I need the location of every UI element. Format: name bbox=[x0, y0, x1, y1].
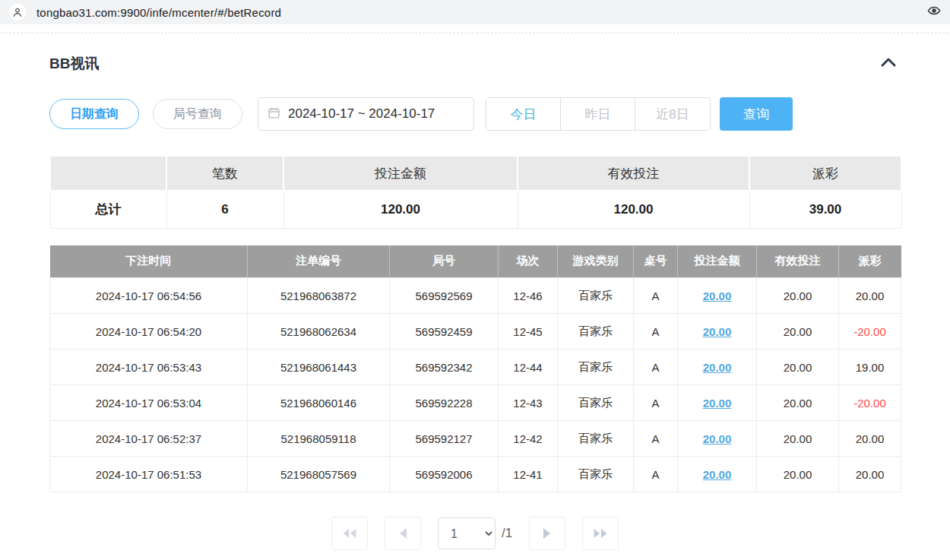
payout: -20.00 bbox=[839, 314, 901, 350]
bet-amount-link[interactable]: 20.00 bbox=[703, 397, 732, 410]
table-row: 2024-10-17 06:54:20 521968062634 5695924… bbox=[50, 314, 901, 350]
summary-total-row: 总计 6 120.00 120.00 39.00 bbox=[50, 191, 901, 228]
table-row: 2024-10-17 06:51:53 521968057569 5695920… bbox=[50, 457, 901, 492]
bet-record-page: BB视讯 日期查询 局号查询 2024-10-17 ~ 2024-10-17 今… bbox=[0, 33, 950, 550]
next-page-button[interactable] bbox=[529, 517, 565, 550]
bet-records-table: 下注时间 注单编号 局号 场次 游戏类别 桌号 投注金额 有效投注 派彩 202… bbox=[49, 245, 901, 493]
round-query-tab[interactable]: 局号查询 bbox=[153, 99, 242, 129]
table-no: A bbox=[634, 278, 678, 314]
summary-header-bet-amount: 投注金额 bbox=[283, 156, 518, 191]
session: 12-41 bbox=[499, 457, 558, 492]
header-round-no: 局号 bbox=[390, 245, 499, 278]
summary-bet-amount: 120.00 bbox=[283, 191, 518, 228]
date-query-tab[interactable]: 日期查询 bbox=[49, 99, 139, 129]
summary-header-blank bbox=[50, 156, 166, 191]
date-range-input[interactable]: 2024-10-17 ~ 2024-10-17 bbox=[258, 97, 474, 131]
game-type: 百家乐 bbox=[558, 350, 634, 385]
summary-header-count: 笔数 bbox=[166, 156, 283, 191]
summary-count: 6 bbox=[166, 191, 283, 228]
table-row: 2024-10-17 06:53:04 521968060146 5695922… bbox=[50, 385, 901, 421]
valid-bet: 20.00 bbox=[757, 278, 839, 314]
summary-total-label: 总计 bbox=[50, 191, 166, 228]
order-no: 521968060146 bbox=[248, 385, 390, 421]
browser-profile-icon[interactable] bbox=[9, 4, 26, 21]
bet-table-header-row: 下注时间 注单编号 局号 场次 游戏类别 桌号 投注金额 有效投注 派彩 bbox=[50, 245, 901, 278]
session: 12-46 bbox=[499, 278, 558, 314]
order-no: 521968062634 bbox=[248, 314, 390, 350]
summary-payout: 39.00 bbox=[749, 191, 901, 228]
header-bet-time: 下注时间 bbox=[50, 245, 248, 278]
header-bet-amount: 投注金额 bbox=[678, 245, 757, 278]
table-row: 2024-10-17 06:54:56 521968063872 5695925… bbox=[50, 278, 901, 314]
header-session: 场次 bbox=[499, 245, 558, 278]
session: 12-44 bbox=[499, 350, 558, 385]
payout: 20.00 bbox=[839, 421, 901, 457]
table-no: A bbox=[634, 314, 678, 350]
header-valid-bet: 有效投注 bbox=[757, 245, 839, 278]
round-no: 569592459 bbox=[390, 314, 499, 350]
bet-time: 2024-10-17 06:54:20 bbox=[50, 314, 248, 350]
order-no: 521968059118 bbox=[248, 421, 390, 457]
last-8-days-button[interactable]: 近8日 bbox=[635, 98, 710, 130]
game-type: 百家乐 bbox=[558, 457, 634, 492]
pagination: 1 /1 bbox=[49, 517, 901, 550]
payout: -20.00 bbox=[839, 385, 901, 421]
valid-bet: 20.00 bbox=[757, 457, 839, 492]
round-no: 569592569 bbox=[390, 278, 499, 314]
order-no: 521968063872 bbox=[248, 278, 390, 314]
table-no: A bbox=[634, 385, 678, 421]
last-page-button[interactable] bbox=[582, 517, 619, 550]
table-no: A bbox=[634, 457, 678, 492]
search-button[interactable]: 查询 bbox=[720, 97, 793, 131]
bet-time: 2024-10-17 06:54:56 bbox=[50, 278, 248, 314]
header-table-no: 桌号 bbox=[634, 245, 678, 278]
browser-address-bar: tongbao31.com:9900/infe/mcenter/#/betRec… bbox=[0, 0, 950, 24]
summary-header-payout: 派彩 bbox=[749, 156, 901, 191]
valid-bet: 20.00 bbox=[757, 421, 839, 457]
payout: 20.00 bbox=[839, 457, 901, 492]
round-no: 569592342 bbox=[390, 350, 499, 385]
summary-header-valid-bet: 有效投注 bbox=[518, 156, 749, 191]
eye-icon[interactable] bbox=[927, 4, 941, 21]
chevron-up-icon[interactable] bbox=[876, 53, 901, 74]
session: 12-43 bbox=[499, 385, 558, 421]
bet-time: 2024-10-17 06:53:43 bbox=[50, 350, 248, 385]
valid-bet: 20.00 bbox=[757, 385, 839, 421]
valid-bet: 20.00 bbox=[757, 350, 839, 385]
bet-amount-link[interactable]: 20.00 bbox=[703, 468, 732, 481]
order-no: 521968057569 bbox=[248, 457, 390, 492]
table-row: 2024-10-17 06:52:37 521968059118 5695921… bbox=[50, 421, 901, 457]
bet-amount-link[interactable]: 20.00 bbox=[703, 361, 732, 374]
bet-amount-link[interactable]: 20.00 bbox=[703, 432, 732, 445]
order-no: 521968061443 bbox=[248, 350, 390, 385]
bet-time: 2024-10-17 06:52:37 bbox=[50, 421, 248, 457]
bet-time: 2024-10-17 06:51:53 bbox=[50, 457, 248, 492]
url-text[interactable]: tongbao31.com:9900/infe/mcenter/#/betRec… bbox=[36, 6, 281, 19]
prev-page-button[interactable] bbox=[385, 517, 421, 550]
bet-amount-link[interactable]: 20.00 bbox=[703, 289, 732, 302]
session: 12-42 bbox=[499, 421, 558, 457]
page-title: BB视讯 bbox=[49, 54, 99, 74]
game-type: 百家乐 bbox=[558, 421, 634, 457]
date-range-value: 2024-10-17 ~ 2024-10-17 bbox=[288, 106, 435, 122]
summary-valid-bet: 120.00 bbox=[518, 191, 749, 228]
filter-toolbar: 日期查询 局号查询 2024-10-17 ~ 2024-10-17 今日 昨日 … bbox=[49, 97, 901, 131]
bet-time: 2024-10-17 06:53:04 bbox=[50, 385, 248, 421]
table-row: 2024-10-17 06:53:43 521968061443 5695923… bbox=[50, 350, 901, 385]
summary-table: 笔数 投注金额 有效投注 派彩 总计 6 120.00 120.00 39.00 bbox=[49, 155, 902, 229]
header-order-no: 注单编号 bbox=[248, 245, 390, 278]
session: 12-45 bbox=[499, 314, 558, 350]
yesterday-button[interactable]: 昨日 bbox=[561, 98, 635, 130]
today-button[interactable]: 今日 bbox=[486, 98, 561, 130]
header-payout: 派彩 bbox=[839, 245, 901, 278]
valid-bet: 20.00 bbox=[757, 314, 839, 350]
game-type: 百家乐 bbox=[558, 278, 634, 314]
total-pages-label: /1 bbox=[502, 526, 512, 541]
table-no: A bbox=[634, 350, 678, 385]
round-no: 569592228 bbox=[390, 385, 499, 421]
game-type: 百家乐 bbox=[558, 385, 634, 421]
dashed-divider bbox=[2, 24, 948, 33]
page-select[interactable]: 1 bbox=[438, 517, 496, 549]
bet-amount-link[interactable]: 20.00 bbox=[703, 325, 732, 338]
first-page-button[interactable] bbox=[331, 517, 368, 550]
